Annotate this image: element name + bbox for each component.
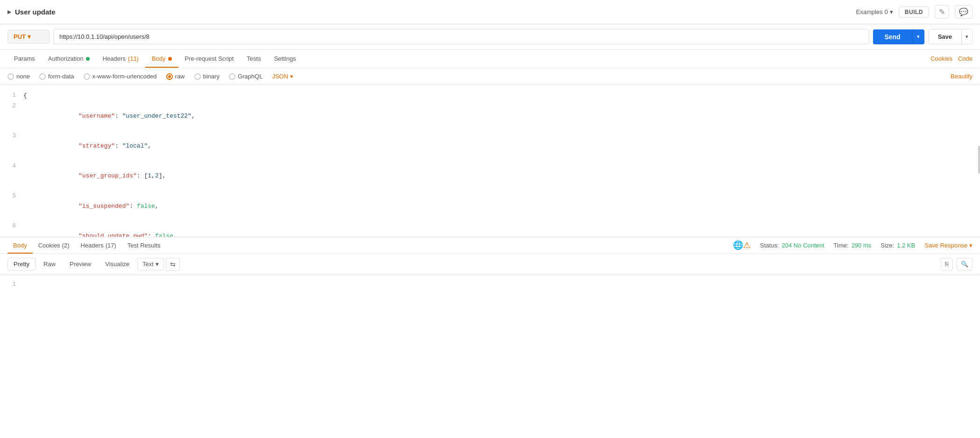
option-graphql[interactable]: GraphQL <box>229 73 263 80</box>
format-right-actions: ⎘ 🔍 <box>941 258 973 270</box>
send-button[interactable]: Send <box>873 29 911 44</box>
headers-count: (11) <box>128 55 139 62</box>
comment-icon-button[interactable]: 💬 <box>955 5 973 19</box>
text-format-label: Text <box>142 261 154 268</box>
examples-count: 0 <box>885 8 888 15</box>
code-line-6: 6 "should_update_pwd": false, <box>0 221 980 237</box>
top-bar-left: ▶ User update <box>7 8 56 16</box>
top-bar-right: Examples 0 ▾ BUILD ✎ 💬 <box>856 5 973 19</box>
status-info: Status: 204 No Content <box>760 242 824 249</box>
radio-none <box>7 73 14 80</box>
tabs-right-links: Cookies Code <box>930 55 973 62</box>
option-none[interactable]: none <box>7 73 30 80</box>
code-line-3: 3 "strategy": "local", <box>0 131 980 161</box>
resp-tab-headers[interactable]: Headers (17) <box>75 237 122 254</box>
code-line-4: 4 "user_group_ids": [1,2], <box>0 162 980 191</box>
authorization-label: Authorization <box>48 55 84 62</box>
authorization-active-dot <box>86 57 90 61</box>
resp-tab-cookies[interactable]: Cookies (2) <box>33 237 75 254</box>
resp-line-num-1: 1 <box>0 281 23 288</box>
globe-warning-icon: 🌐⚠ <box>733 240 751 250</box>
line-content-3: "strategy": "local", <box>23 132 980 161</box>
resp-tab-body[interactable]: Body <box>7 237 33 254</box>
url-bar: PUT ▾ Send ▾ Save ▾ <box>0 24 980 49</box>
examples-label: Examples <box>856 8 883 15</box>
time-info: Time: 290 ms <box>834 242 872 249</box>
time-value: 290 ms <box>852 242 872 249</box>
tab-params[interactable]: Params <box>7 49 42 68</box>
top-bar: ▶ User update Examples 0 ▾ BUILD ✎ 💬 <box>0 0 980 24</box>
tab-authorization[interactable]: Authorization <box>42 49 96 68</box>
code-editor[interactable]: 1 { 2 "username": "user_under_test22", 3… <box>0 85 980 237</box>
resp-body-label: Body <box>13 242 27 249</box>
tab-tests[interactable]: Tests <box>240 49 267 68</box>
request-tabs-bar: Params Authorization Headers (11) Body P… <box>0 49 980 68</box>
resp-line-1: 1 <box>0 281 980 288</box>
time-label: Time: <box>834 242 849 249</box>
wrap-button[interactable]: ⇆ <box>166 258 180 271</box>
line-content-1: { <box>23 91 980 101</box>
body-active-dot <box>168 57 172 61</box>
code-line-2: 2 "username": "user_under_test22", <box>0 101 980 131</box>
binary-label: binary <box>203 73 220 80</box>
body-options-bar: none form-data x-www-form-urlencoded raw… <box>0 68 980 85</box>
none-label: none <box>16 73 30 80</box>
raw-label: raw <box>175 73 185 80</box>
text-format-select[interactable]: Text ▾ <box>137 258 164 270</box>
line-content-2: "username": "user_under_test22", <box>23 102 980 131</box>
radio-binary <box>194 73 201 80</box>
edit-icon-button[interactable]: ✎ <box>935 5 949 19</box>
resp-tab-test-results[interactable]: Test Results <box>122 237 166 254</box>
send-dropdown-button[interactable]: ▾ <box>912 29 924 44</box>
resp-headers-count: (17) <box>106 242 116 249</box>
scrollbar-indicator[interactable] <box>978 146 980 174</box>
code-link[interactable]: Code <box>958 55 973 62</box>
option-binary[interactable]: binary <box>194 73 220 80</box>
line-num-6: 6 <box>0 222 23 231</box>
option-urlencoded[interactable]: x-www-form-urlencoded <box>84 73 157 80</box>
search-button[interactable]: 🔍 <box>957 258 973 270</box>
format-pretty-button[interactable]: Pretty <box>7 258 36 270</box>
tab-headers[interactable]: Headers (11) <box>96 49 145 68</box>
examples-chevron-icon: ▾ <box>890 8 893 15</box>
tab-body[interactable]: Body <box>145 49 178 68</box>
save-btn-group: Save ▾ <box>928 29 973 44</box>
copy-button[interactable]: ⎘ <box>941 258 953 270</box>
option-raw[interactable]: raw <box>166 73 185 80</box>
resp-test-results-label: Test Results <box>128 242 161 249</box>
resp-cookies-count: (2) <box>62 242 70 249</box>
json-format-chevron-icon: ▾ <box>290 73 293 80</box>
method-chevron-icon: ▾ <box>28 33 31 40</box>
json-format-select[interactable]: JSON ▾ <box>272 73 293 80</box>
headers-label: Headers <box>103 55 126 62</box>
save-response-button[interactable]: Save Response ▾ <box>924 242 973 249</box>
format-raw-button[interactable]: Raw <box>37 258 62 270</box>
radio-urlencoded <box>84 73 90 80</box>
method-select[interactable]: PUT ▾ <box>7 30 50 43</box>
format-visualize-button[interactable]: Visualize <box>99 258 135 270</box>
tab-pre-request[interactable]: Pre-request Script <box>178 49 241 68</box>
response-body-area: 1 <box>0 275 980 438</box>
cookies-link[interactable]: Cookies <box>930 55 952 62</box>
collection-arrow-icon[interactable]: ▶ <box>7 9 11 15</box>
line-num-5: 5 <box>0 192 23 201</box>
code-line-1: 1 { <box>0 91 980 101</box>
save-dropdown-button[interactable]: ▾ <box>961 29 972 44</box>
send-btn-group: Send ▾ <box>873 29 924 44</box>
code-line-5: 5 "is_suspended": false, <box>0 191 980 221</box>
format-preview-button[interactable]: Preview <box>64 258 97 270</box>
line-content-4: "user_group_ids": [1,2], <box>23 162 980 191</box>
line-num-2: 2 <box>0 102 23 111</box>
url-input[interactable] <box>53 29 869 44</box>
option-form-data[interactable]: form-data <box>39 73 74 80</box>
method-label: PUT <box>14 33 26 40</box>
status-value: 204 No Content <box>782 242 824 249</box>
json-format-label: JSON <box>272 73 288 80</box>
beautify-button[interactable]: Beautify <box>951 73 973 80</box>
body-label: Body <box>152 55 166 62</box>
save-button[interactable]: Save <box>929 29 961 44</box>
line-content-6: "should_update_pwd": false, <box>23 222 980 237</box>
build-button[interactable]: BUILD <box>899 7 929 18</box>
examples-button[interactable]: Examples 0 ▾ <box>856 8 893 15</box>
tab-settings[interactable]: Settings <box>268 49 303 68</box>
